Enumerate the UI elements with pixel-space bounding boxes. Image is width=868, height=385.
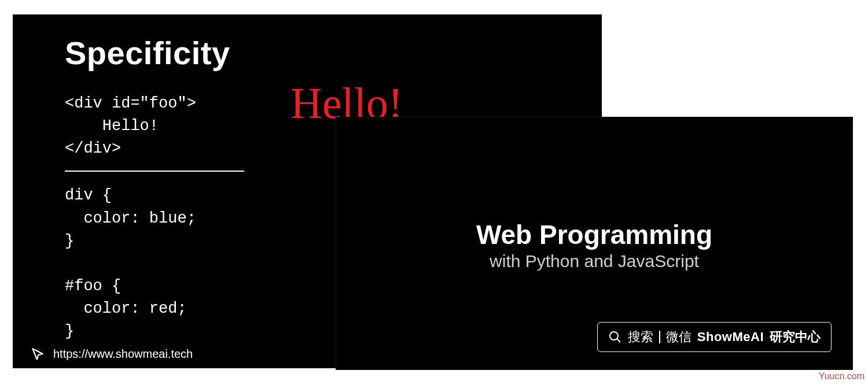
cursor-icon <box>30 346 45 361</box>
footer-url: https://www.showmeai.tech <box>53 347 193 361</box>
search-platform: 微信 <box>666 328 692 346</box>
search-brand: ShowMeAI <box>697 330 764 345</box>
search-callout: 搜索 微信 ShowMeAI 研究中心 <box>597 322 832 352</box>
svg-line-1 <box>617 339 620 342</box>
slide-course-title: Web Programming with Python and JavaScri… <box>336 117 853 370</box>
search-tail: 研究中心 <box>770 328 821 346</box>
slide-title: Specificity <box>65 34 550 72</box>
watermark: Yuucn.com <box>819 371 865 382</box>
footer: https://www.showmeai.tech <box>30 346 193 361</box>
separator <box>65 171 244 172</box>
course-title: Web Programming <box>336 219 852 250</box>
search-label: 搜索 <box>628 328 653 346</box>
divider <box>659 331 660 343</box>
search-icon <box>608 330 622 344</box>
course-subtitle: with Python and JavaScript <box>336 251 852 271</box>
svg-point-0 <box>610 332 618 340</box>
